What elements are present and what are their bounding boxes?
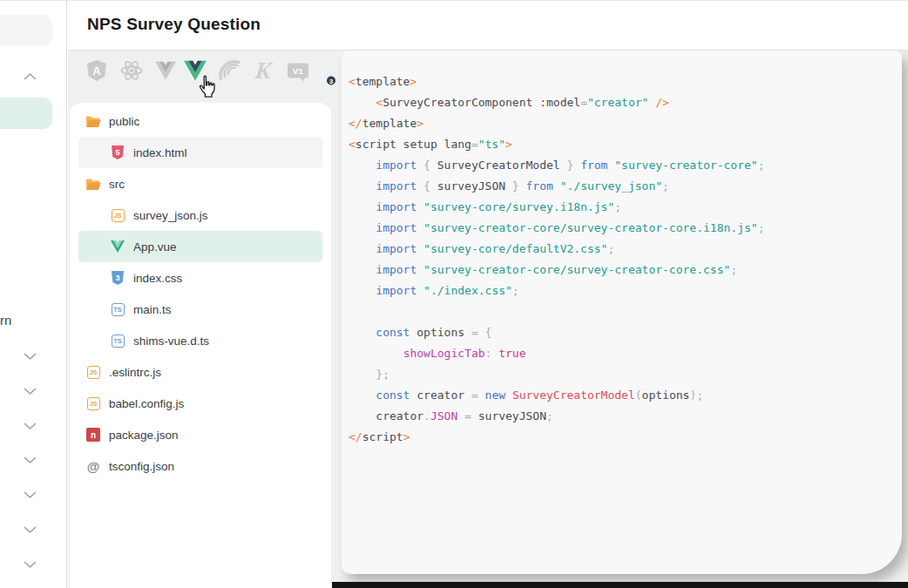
file-tree-panel: public5index.htmlsrcJSsurvey_json.jsApp.… [70, 103, 331, 588]
sidebar-item-active-partial[interactable] [0, 98, 52, 129]
svg-text:5: 5 [115, 148, 119, 157]
code-line: const options = { [349, 322, 902, 343]
code-block: <template> <SurveyCreatorComponent :mode… [342, 51, 902, 448]
js-file-icon: JS [85, 395, 101, 411]
file-tree-item-tsconfig-json[interactable]: @tsconfig.json [78, 450, 322, 482]
file-name-label: package.json [109, 429, 179, 442]
example-content: A 3 K V1 public5index.htmlsrcJSsurvey_js… [68, 51, 908, 588]
code-viewer-panel[interactable]: <template> <SurveyCreatorComponent :mode… [342, 51, 902, 574]
page-title: NPS Survey Question [87, 15, 261, 34]
code-line: import { surveyJSON } from "./survey_jso… [349, 176, 902, 197]
code-line: import "survey-creator-core/survey-creat… [349, 260, 902, 280]
file-tree-item-survey-json-js[interactable]: JSsurvey_json.js [78, 199, 322, 231]
file-name-label: tsconfig.json [109, 460, 174, 473]
file-name-label: .eslintrc.js [109, 366, 161, 379]
file-name-label: shims-vue.d.ts [133, 335, 209, 348]
cursor-hand-icon [197, 75, 218, 100]
file-name-label: index.css [133, 272, 182, 285]
js-file-icon: JS [110, 207, 125, 223]
chevron-down-icon[interactable] [24, 388, 37, 395]
code-line: creator.JSON = surveyJSON; [349, 406, 902, 427]
knockout-k-glyph: K [254, 59, 273, 83]
file-name-label: src [109, 178, 125, 191]
code-line: <script setup lang="ts"> [349, 134, 902, 155]
code-line: </script> [349, 427, 902, 448]
code-line: showLogicTab: true [349, 343, 902, 364]
file-tree-item-src[interactable]: src [78, 168, 322, 199]
file-tree-item-main-ts[interactable]: TSmain.ts [78, 294, 322, 325]
code-line: import { SurveyCreatorModel } from "surv… [349, 155, 902, 176]
sidebar-label-partial: rn [0, 313, 11, 328]
folder-icon [85, 113, 101, 129]
ts-file-icon: TS [110, 301, 125, 317]
code-line [349, 301, 902, 322]
preview-panel-edge [332, 582, 908, 588]
file-tree-item-package-json[interactable]: npackage.json [78, 419, 322, 450]
file-name-label: survey_json.js [133, 209, 208, 222]
file-name-label: index.html [133, 146, 187, 159]
knockout-icon[interactable]: K [255, 59, 271, 83]
file-tree-item-index-css[interactable]: 3index.css [78, 262, 322, 294]
file-name-label: main.ts [133, 303, 172, 316]
folder-icon [85, 176, 101, 192]
code-line: <SurveyCreatorComponent :model="creator"… [349, 92, 902, 113]
html-file-icon: 5 [110, 145, 125, 160]
code-line: }; [349, 364, 902, 385]
file-tree-item-public[interactable]: public [78, 105, 322, 137]
file-name-label: public [109, 115, 139, 128]
code-line: import "./index.css"; [349, 280, 902, 301]
file-name-label: babel.config.js [109, 397, 184, 410]
npm-file-icon: n [85, 427, 101, 443]
code-line: import "survey-core/survey.i18n.js"; [349, 197, 902, 218]
example-header: NPS Survey Question [68, 1, 908, 51]
file-name-label: App.vue [133, 240, 177, 253]
file-tree-item-shims-vue-d-ts[interactable]: TSshims-vue.d.ts [78, 325, 322, 356]
docs-sidebar-partial: rn [0, 1, 67, 588]
v1-icon[interactable]: V1 [288, 64, 308, 78]
code-line: import "survey-core/defaultV2.css"; [349, 239, 902, 260]
code-line: import "survey-creator-core/survey-creat… [349, 218, 902, 239]
code-line: </template> [349, 113, 902, 134]
chevron-down-icon[interactable] [24, 353, 37, 361]
svg-text:3: 3 [115, 274, 119, 282]
code-line: <template> [349, 71, 902, 92]
tsconfig-file-icon: @ [85, 458, 101, 474]
chevron-down-icon[interactable] [24, 422, 37, 430]
file-tree-item-index-html[interactable]: 5index.html [78, 137, 322, 168]
chevron-up-icon[interactable] [24, 72, 37, 80]
css-file-icon: 3 [110, 270, 125, 286]
code-line: const creator = new SurveyCreatorModel(o… [349, 385, 902, 406]
chevron-down-icon[interactable] [24, 456, 37, 464]
file-tree-item-eslintrc-js[interactable]: JS.eslintrc.js [78, 356, 322, 388]
js-file-icon: JS [85, 364, 101, 380]
v1-bubble-label: V1 [288, 64, 308, 78]
file-tree-item-babel-config-js[interactable]: JSbabel.config.js [78, 388, 322, 419]
file-tree-item-app-vue[interactable]: App.vue [78, 231, 322, 262]
chevron-down-icon[interactable] [24, 491, 37, 499]
sidebar-item-partial[interactable] [0, 15, 52, 46]
ts-file-icon: TS [110, 333, 125, 348]
vue3-version-badge: 3 [325, 75, 337, 87]
vue-file-icon [110, 239, 125, 254]
chevron-down-icon[interactable] [24, 526, 37, 534]
jquery-icon[interactable] [218, 60, 241, 82]
chevron-down-icon[interactable] [24, 561, 37, 569]
